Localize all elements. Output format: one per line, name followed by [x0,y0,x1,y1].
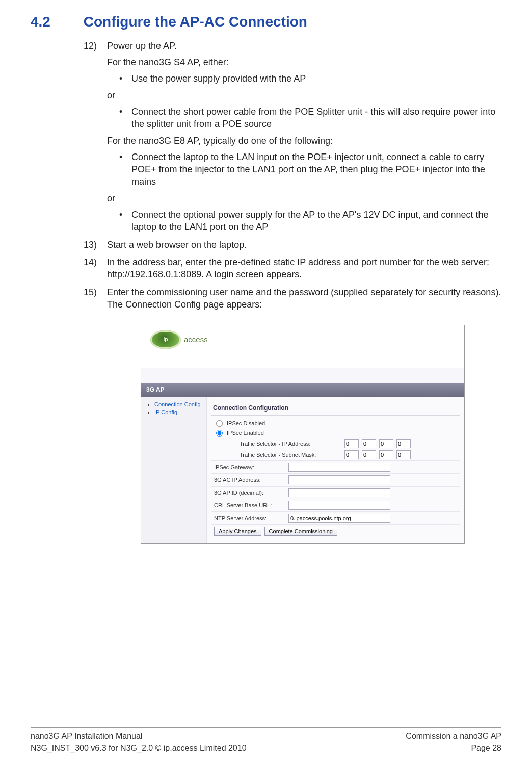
ts-mask-octet-4[interactable] [396,450,411,459]
ts-ip-octet-4[interactable] [396,439,411,448]
button-row: Apply Changes Complete Commissioning [211,524,460,538]
bullet-mark: • [119,209,131,234]
footer-left: nano3G AP Installation Manual N3G_INST_3… [31,731,247,754]
bullet-text: Use the power supply provided with the A… [131,72,306,85]
bullet-item: • Connect the short power cable from the… [119,106,501,131]
traffic-selector-ip-row: Traffic Selector - IP Address: [211,438,460,449]
step-body: In the address bar, enter the pre-define… [107,256,501,281]
ipaccess-logo: ip access [150,330,208,349]
sidebar-item-ip-config[interactable]: IP Config [154,408,203,416]
ipsec-enabled-radio[interactable] [216,430,223,437]
step-number: 14) [84,256,107,281]
step-number: 15) [84,286,107,311]
ts-mask-octet-2[interactable] [362,450,376,459]
ipsec-gateway-input[interactable] [288,463,390,472]
ipsec-disabled-radio[interactable] [216,420,223,427]
e8-intro: For the nano3G E8 AP, typically do one o… [107,135,501,147]
field-label: NTP Server Address: [214,515,285,522]
bullet-mark: • [119,72,131,85]
ts-ip-octet-3[interactable] [379,439,393,448]
step-body: Enter the commissioning user name and th… [107,286,501,311]
panel-title: Connection Configuration [211,401,460,416]
shot-body: Connection Config IP Config Connection C… [141,397,464,543]
complete-commissioning-button[interactable]: Complete Commissioning [264,527,337,536]
s4-intro: For the nano3G S4 AP, either: [107,56,501,68]
sidebar-item-connection-config[interactable]: Connection Config [154,401,203,408]
sidebar: Connection Config IP Config [141,397,206,543]
field-label: CRL Server Base URL: [214,502,285,509]
ts-mask-octet-1[interactable] [344,450,359,459]
tab-3g-ap[interactable]: 3G AP [141,383,464,397]
footer-right: Commission a nano3G AP Page 28 [406,731,501,754]
ac-ip-row: 3G AC IP Address: [211,473,460,486]
footer-page-number: Page 28 [406,743,501,754]
logo-access-text: access [184,335,208,345]
section-title: Configure the AP-AC Connection [84,14,307,30]
ipsec-disabled-label: IPSec Disabled [227,420,265,427]
ts-mask-label: Traffic Selector - Subnet Mask: [240,451,341,459]
ac-ip-input[interactable] [288,475,390,484]
step-lead: Power up the AP. [107,40,501,52]
main-panel: Connection Configuration IPSec Disabled … [206,397,464,543]
step-number: 13) [84,239,107,251]
or-separator: or [107,89,501,101]
or-separator: or [107,192,501,204]
ntp-row: NTP Server Address: [211,511,460,524]
sidebar-link[interactable]: IP Config [154,409,177,415]
ts-ip-octet-1[interactable] [344,439,359,448]
field-label: IPSec Gateway: [214,464,285,471]
steps-container: 12) Power up the AP. For the nano3G S4 A… [84,40,501,311]
field-label: 3G AP ID (decimal): [214,489,285,497]
bullet-text: Connect the short power cable from the P… [131,106,501,131]
ipsec-enabled-option[interactable]: IPSec Enabled [211,428,460,438]
step-body: Start a web browser on the laptop. [107,239,501,251]
step-14: 14) In the address bar, enter the pre-de… [84,256,501,281]
page-footer: nano3G AP Installation Manual N3G_INST_3… [31,727,501,754]
logo-bubble-icon: ip [150,330,181,349]
logo-ip-text: ip [164,336,168,343]
ap-id-row: 3G AP ID (decimal): [211,486,460,499]
step-15: 15) Enter the commissioning user name an… [84,286,501,311]
ipsec-enabled-label: IPSec Enabled [227,429,264,437]
section-heading: 4.2 Configure the AP-AC Connection [31,12,501,32]
footer-doc-id: N3G_INST_300 v6.3 for N3G_2.0 © ip.acces… [31,743,247,754]
section-number: 4.2 [31,12,79,32]
sidebar-link[interactable]: Connection Config [154,401,201,407]
field-label: 3G AC IP Address: [214,476,285,484]
step-12: 12) Power up the AP. For the nano3G S4 A… [84,40,501,234]
bullet-item: • Connect the laptop to the LAN input on… [119,151,501,188]
ipsec-gateway-row: IPSec Gateway: [211,460,460,473]
shot-header: ip access [141,325,464,368]
ts-ip-label: Traffic Selector - IP Address: [240,440,341,448]
tab-label: 3G AP [146,386,165,393]
footer-manual-title: nano3G AP Installation Manual [31,731,247,742]
ap-id-input[interactable] [288,488,390,497]
crl-url-row: CRL Server Base URL: [211,499,460,511]
ts-mask-octet-3[interactable] [379,450,393,459]
ipsec-disabled-option[interactable]: IPSec Disabled [211,419,460,428]
step-13: 13) Start a web browser on the laptop. [84,239,501,251]
crl-url-input[interactable] [288,501,390,510]
traffic-selector-mask-row: Traffic Selector - Subnet Mask: [211,449,460,460]
bullet-mark: • [119,106,131,131]
bullet-item: • Connect the optional power supply for … [119,209,501,234]
shot-tabbar [141,368,464,383]
apply-changes-button[interactable]: Apply Changes [214,527,261,536]
step-body: Power up the AP. For the nano3G S4 AP, e… [107,40,501,234]
connection-config-screenshot: ip access 3G AP Connection Config IP Con… [141,325,465,544]
footer-chapter: Commission a nano3G AP [406,731,501,742]
bullet-item: • Use the power supply provided with the… [119,72,501,85]
bullet-mark: • [119,151,131,188]
bullet-text: Connect the laptop to the LAN input on t… [131,151,501,188]
ntp-input[interactable] [288,514,390,523]
ts-ip-octet-2[interactable] [362,439,376,448]
bullet-text: Connect the optional power supply for th… [131,209,501,234]
step-number: 12) [84,40,107,234]
